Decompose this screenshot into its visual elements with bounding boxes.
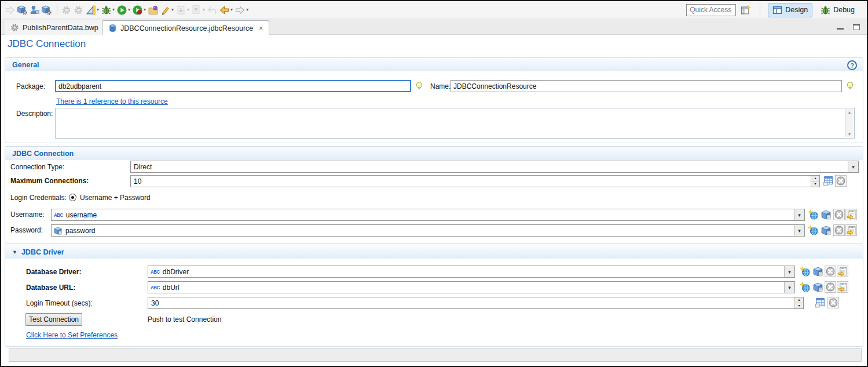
- jdbc-driver-section-header[interactable]: ▼ JDBC Driver: [5, 245, 863, 259]
- description-scrollbar[interactable]: ▴ ▾: [845, 109, 854, 137]
- perspective-icon: [741, 5, 750, 15]
- debug-perspective-label: Debug: [833, 6, 855, 14]
- clear-icon[interactable]: [827, 297, 839, 308]
- open-folder-icon: [148, 5, 158, 15]
- module-property-cube-icon[interactable]: [821, 210, 831, 220]
- login-timeout-stepper[interactable]: 30 ▴▾: [148, 297, 804, 309]
- create-process-property-globe-icon[interactable]: [800, 282, 810, 292]
- create-process-property-globe-icon[interactable]: [800, 267, 810, 277]
- tab-jdbc-connection-resource[interactable]: JDBCConnectionResource.jdbcResource ×: [102, 20, 269, 35]
- database-url-combo[interactable]: ABC dbUrl ▾: [148, 281, 795, 293]
- design-perspective-label: Design: [785, 6, 808, 14]
- scroll-up-icon[interactable]: ▴: [845, 110, 854, 115]
- x-circle-icon: [829, 298, 838, 307]
- run-configurations-button[interactable]: ▾: [132, 4, 147, 16]
- last-edit-location-button[interactable]: [207, 4, 218, 16]
- password-combo[interactable]: password ▾: [51, 224, 805, 237]
- status-bar: [9, 348, 862, 362]
- menu-caret-icon[interactable]: ▾: [230, 8, 233, 12]
- name-input[interactable]: [451, 80, 842, 92]
- next-annotation-button[interactable]: ▾: [175, 4, 190, 16]
- back-history-button[interactable]: ▾: [219, 4, 233, 16]
- chevron-down-icon[interactable]: ▾: [794, 209, 804, 220]
- close-icon[interactable]: ×: [259, 25, 263, 32]
- goto-property-icon[interactable]: [837, 266, 848, 277]
- username-password-radio[interactable]: [69, 194, 76, 201]
- hollow-arrow-icon: [5, 5, 15, 15]
- username-label: Username:: [10, 210, 45, 219]
- collapse-arrow-icon[interactable]: ▼: [12, 249, 17, 255]
- menu-caret-icon[interactable]: ▾: [144, 8, 146, 12]
- module-property-cube-icon[interactable]: [813, 282, 823, 292]
- clear-icon[interactable]: [833, 224, 845, 236]
- module-property-table-icon[interactable]: [823, 176, 833, 186]
- run-button[interactable]: ▾: [116, 4, 131, 16]
- reference-link[interactable]: There is 1 reference to this resource: [56, 97, 168, 106]
- open-perspective-button[interactable]: [740, 4, 751, 16]
- gears-button-disabled[interactable]: [73, 4, 84, 16]
- chevron-down-icon[interactable]: ▾: [794, 225, 804, 236]
- connection-type-select[interactable]: Direct ▾: [130, 161, 859, 173]
- set-preferences-link[interactable]: Click Here to Set Preferences: [26, 331, 118, 339]
- goto-property-icon[interactable]: [837, 281, 848, 293]
- scroll-down-icon[interactable]: ▾: [845, 132, 854, 137]
- menu-caret-icon[interactable]: ▾: [203, 8, 205, 12]
- minimize-icon[interactable]: [837, 28, 844, 30]
- design-perspective-button[interactable]: Design: [768, 3, 812, 17]
- password-value: password: [63, 227, 794, 235]
- test-connection-button[interactable]: Test Connection: [25, 313, 82, 326]
- quick-access-input[interactable]: [686, 4, 736, 16]
- create-process-property-globe-icon[interactable]: [808, 210, 818, 220]
- tab-publish-parent-data[interactable]: PublishParentData.bwp: [5, 20, 105, 35]
- menu-caret-icon[interactable]: ▾: [246, 8, 248, 12]
- create-process-property-globe-icon[interactable]: [808, 226, 818, 235]
- menu-caret-icon[interactable]: ▾: [171, 8, 174, 12]
- module-property-table-icon[interactable]: [815, 297, 825, 308]
- username-combo[interactable]: ABC username ▾: [51, 209, 805, 221]
- clear-icon[interactable]: [835, 175, 847, 187]
- gear-button-disabled[interactable]: [61, 4, 72, 16]
- chevron-down-icon[interactable]: ▾: [784, 282, 794, 293]
- package-input[interactable]: [55, 80, 411, 92]
- chevron-down-icon[interactable]: ▾: [848, 161, 858, 172]
- spinner[interactable]: ▴▾: [811, 176, 819, 187]
- menu-caret-icon[interactable]: ▾: [97, 8, 99, 12]
- clear-icon[interactable]: [825, 266, 836, 277]
- debug-perspective-button[interactable]: Debug: [816, 3, 859, 17]
- run-play-icon: [117, 5, 127, 15]
- maximize-icon[interactable]: [853, 24, 860, 30]
- description-box: ▴ ▾: [55, 108, 855, 139]
- open-resource-button[interactable]: [148, 4, 159, 16]
- debug-launch-button[interactable]: ▾: [101, 4, 115, 16]
- module-property-cube-icon[interactable]: [821, 226, 831, 235]
- build-application-button[interactable]: [41, 4, 52, 16]
- goto-property-icon[interactable]: [845, 209, 857, 220]
- notepad-arrow-icon: [838, 282, 847, 292]
- clear-icon[interactable]: [833, 209, 845, 220]
- forward-history-button[interactable]: ▾: [235, 4, 249, 16]
- run-error-icon: [133, 5, 142, 15]
- previous-annotation-button[interactable]: ▾: [191, 4, 206, 16]
- validate-button[interactable]: ▾: [85, 4, 100, 16]
- menu-caret-icon[interactable]: ▾: [112, 8, 115, 12]
- format-button[interactable]: ▾: [160, 4, 174, 16]
- spin-down-icon[interactable]: ▾: [811, 181, 819, 187]
- help-icon[interactable]: ?: [847, 60, 857, 70]
- max-connections-stepper[interactable]: 10 ▴▾: [130, 175, 820, 187]
- import-resource-button[interactable]: [29, 4, 40, 16]
- spin-down-icon[interactable]: ▾: [795, 303, 803, 308]
- goto-property-icon[interactable]: [845, 224, 857, 236]
- description-textarea[interactable]: [56, 108, 845, 138]
- new-module-button[interactable]: [17, 4, 28, 16]
- database-driver-combo[interactable]: ABC dbDriver ▾: [148, 266, 795, 278]
- clear-icon[interactable]: [825, 281, 836, 293]
- spin-up-icon[interactable]: ▴: [811, 176, 819, 181]
- spinner[interactable]: ▴▾: [794, 297, 803, 308]
- design-table-icon: [772, 5, 782, 15]
- chevron-down-icon[interactable]: ▾: [784, 266, 794, 277]
- nav-hollow-arrow-button[interactable]: [5, 4, 16, 16]
- menu-caret-icon[interactable]: ▾: [187, 8, 189, 12]
- menu-caret-icon[interactable]: ▾: [128, 8, 130, 12]
- module-property-cube-icon[interactable]: [813, 267, 823, 277]
- spin-up-icon[interactable]: ▴: [795, 297, 803, 303]
